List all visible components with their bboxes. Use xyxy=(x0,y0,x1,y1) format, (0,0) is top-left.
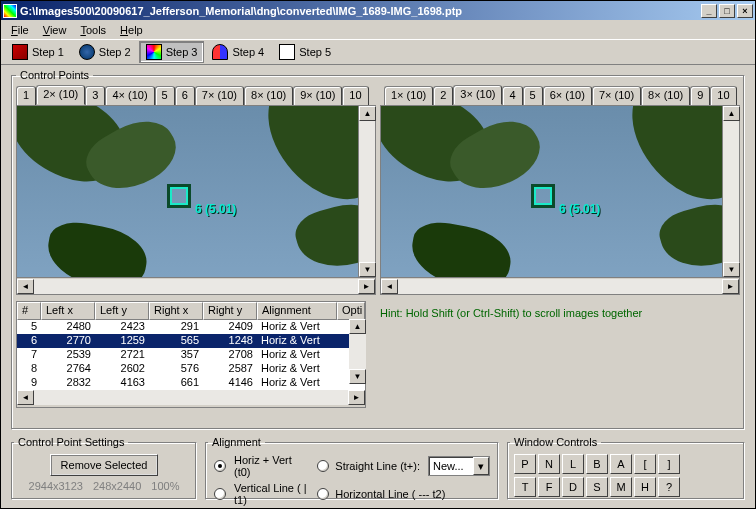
image-tab[interactable]: 5 xyxy=(523,86,543,106)
col-left-x[interactable]: Left x xyxy=(41,302,95,320)
wc-button-?[interactable]: ? xyxy=(658,477,680,497)
table-cell: 6 xyxy=(17,334,41,348)
col-optimize[interactable]: Opti xyxy=(337,302,365,320)
table-row[interactable]: 5248024232912409Horiz & Vert xyxy=(17,320,365,334)
scroll-left-icon[interactable]: ◄ xyxy=(381,279,398,294)
minimize-button[interactable]: _ xyxy=(701,4,717,18)
control-point-marker[interactable] xyxy=(167,184,191,208)
wc-button-D[interactable]: D xyxy=(562,477,584,497)
scroll-right-icon[interactable]: ► xyxy=(722,279,739,294)
right-vscroll[interactable]: ▲▼ xyxy=(722,106,739,277)
remove-selected-button[interactable]: Remove Selected xyxy=(50,454,159,476)
image-tab[interactable]: 9× (10) xyxy=(293,86,342,106)
radio-horiz-vert[interactable] xyxy=(214,460,226,472)
col-right-x[interactable]: Right x xyxy=(149,302,203,320)
radio-horizontal-line[interactable] xyxy=(317,488,329,500)
menu-view[interactable]: View xyxy=(37,23,73,37)
step-5-button[interactable]: Step 5 xyxy=(272,41,338,63)
app-window: G:\Images500\20090617_Jefferson_Memorial… xyxy=(0,0,756,509)
scroll-down-icon[interactable]: ▼ xyxy=(349,369,366,384)
image-tab[interactable]: 6× (10) xyxy=(543,86,592,106)
step-4-button[interactable]: Step 4 xyxy=(205,41,271,63)
hint-text: Hint: Hold Shift (or Ctrl-Shift) to scro… xyxy=(374,301,740,401)
image-tab[interactable]: 10 xyxy=(342,86,368,106)
table-cell: Horiz & Vert xyxy=(257,376,337,390)
scroll-up-icon[interactable]: ▲ xyxy=(359,106,376,121)
step-1-button[interactable]: Step 1 xyxy=(5,41,71,63)
scroll-down-icon[interactable]: ▼ xyxy=(723,262,740,277)
table-body: 5248024232912409Horiz & Vert627701259565… xyxy=(17,320,365,390)
image-tab[interactable]: 3 xyxy=(85,86,105,106)
menu-tools[interactable]: Tools xyxy=(74,23,112,37)
table-row[interactable]: 6277012595651248Horiz & Vert xyxy=(17,334,365,348)
left-image-panel: 6 (5.01) ▲▼ ◄► xyxy=(16,105,376,295)
left-vscroll[interactable]: ▲▼ xyxy=(358,106,375,277)
col-right-y[interactable]: Right y xyxy=(203,302,257,320)
table-cell: 2587 xyxy=(203,362,257,376)
chevron-down-icon[interactable]: ▾ xyxy=(473,457,489,475)
col-number[interactable]: # xyxy=(17,302,41,320)
right-image-view[interactable]: 6 (5.01) xyxy=(381,106,739,277)
col-left-y[interactable]: Left y xyxy=(95,302,149,320)
table-vscroll[interactable]: ▲▼ xyxy=(349,319,366,384)
wc-button-A[interactable]: A xyxy=(610,454,632,474)
wc-button-M[interactable]: M xyxy=(610,477,632,497)
image-tab[interactable]: 5 xyxy=(155,86,175,106)
table-row[interactable]: 9283241636614146Horiz & Vert xyxy=(17,376,365,390)
straight-line-combo[interactable]: New... ▾ xyxy=(428,456,490,476)
image-tab[interactable]: 7× (10) xyxy=(195,86,244,106)
table-row[interactable]: 8276426025762587Horiz & Vert xyxy=(17,362,365,376)
scroll-right-icon[interactable]: ► xyxy=(348,390,365,405)
image-tab[interactable]: 6 xyxy=(175,86,195,106)
image-tab[interactable]: 8× (10) xyxy=(641,86,690,106)
image-tab[interactable]: 2 xyxy=(433,86,453,106)
scroll-up-icon[interactable]: ▲ xyxy=(723,106,740,121)
menu-help[interactable]: Help xyxy=(114,23,149,37)
close-button[interactable]: × xyxy=(737,4,753,18)
control-point-marker[interactable] xyxy=(531,184,555,208)
right-hscroll[interactable]: ◄► xyxy=(381,277,739,294)
image-tab[interactable]: 1× (10) xyxy=(384,86,433,106)
wc-button-F[interactable]: F xyxy=(538,477,560,497)
radio-straight-line[interactable] xyxy=(317,460,329,472)
col-alignment[interactable]: Alignment xyxy=(257,302,337,320)
table-cell: 8 xyxy=(17,362,41,376)
image-tab[interactable]: 2× (10) xyxy=(36,85,85,105)
image-tab[interactable]: 4 xyxy=(502,86,522,106)
wc-button-T[interactable]: T xyxy=(514,477,536,497)
wc-button-N[interactable]: N xyxy=(538,454,560,474)
left-hscroll[interactable]: ◄► xyxy=(17,277,375,294)
table-cell: 2539 xyxy=(41,348,95,362)
wc-button-x[interactable]: ] xyxy=(658,454,680,474)
right-dimensions: 248x2440 xyxy=(93,480,141,492)
step-2-button[interactable]: Step 2 xyxy=(72,41,138,63)
table-row[interactable]: 7253927213572708Horiz & Vert xyxy=(17,348,365,362)
scroll-right-icon[interactable]: ► xyxy=(358,279,375,294)
image-tab[interactable]: 10 xyxy=(710,86,736,106)
maximize-button[interactable]: □ xyxy=(719,4,735,18)
scroll-left-icon[interactable]: ◄ xyxy=(17,279,34,294)
scroll-up-icon[interactable]: ▲ xyxy=(349,319,366,334)
wc-button-x[interactable]: [ xyxy=(634,454,656,474)
image-tab[interactable]: 1 xyxy=(16,86,36,106)
image-tab[interactable]: 8× (10) xyxy=(244,86,293,106)
scroll-down-icon[interactable]: ▼ xyxy=(359,262,376,277)
image-tab[interactable]: 3× (10) xyxy=(453,85,502,105)
scroll-left-icon[interactable]: ◄ xyxy=(17,390,34,405)
wc-button-S[interactable]: S xyxy=(586,477,608,497)
app-icon xyxy=(3,4,17,18)
left-image-view[interactable]: 6 (5.01) xyxy=(17,106,375,277)
wc-button-B[interactable]: B xyxy=(586,454,608,474)
step-3-button[interactable]: Step 3 xyxy=(139,41,205,63)
radio-vertical-line[interactable] xyxy=(214,488,226,500)
wc-button-L[interactable]: L xyxy=(562,454,584,474)
image-tab[interactable]: 7× (10) xyxy=(592,86,641,106)
window-title: G:\Images500\20090617_Jefferson_Memorial… xyxy=(20,5,701,17)
wc-button-H[interactable]: H xyxy=(634,477,656,497)
table-hscroll[interactable]: ◄► xyxy=(17,390,365,407)
image-tab[interactable]: 4× (10) xyxy=(105,86,154,106)
control-point-label: 6 (5.01) xyxy=(195,202,236,216)
image-tab[interactable]: 9 xyxy=(690,86,710,106)
menu-file[interactable]: File xyxy=(5,23,35,37)
wc-button-P[interactable]: P xyxy=(514,454,536,474)
